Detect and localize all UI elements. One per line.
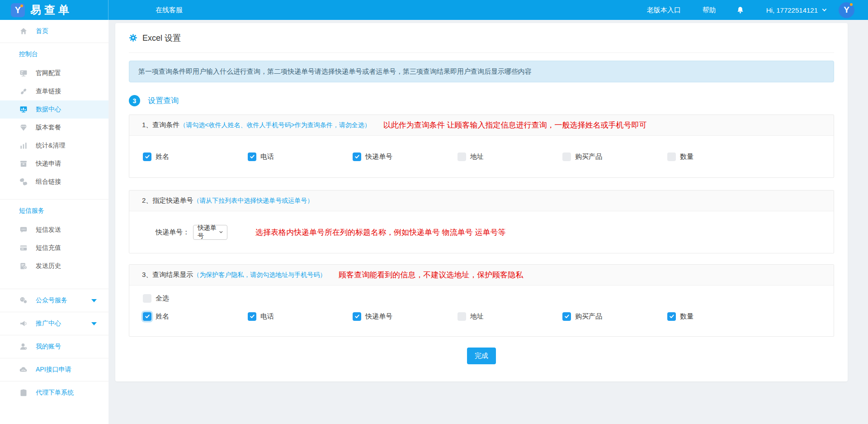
checkbox-label: 快递单号 <box>365 312 392 321</box>
sidebar-item-label: 首页 <box>36 27 48 35</box>
result-quantity[interactable]: 数量 <box>667 312 772 321</box>
sidebar-item-combo-link[interactable]: 组合链接 <box>0 173 108 191</box>
select-all-row: 全选 <box>143 292 834 305</box>
query-cond-product[interactable]: 购买产品 <box>562 152 667 161</box>
topbar-right: 老版本入口 帮助 Hi, 17722514121 Y <box>647 2 868 18</box>
sidebar-item-promotion-center[interactable]: 推广中心 <box>0 312 108 335</box>
sidebar-item-send-history[interactable]: 发送历史 <box>0 257 108 275</box>
card-icon <box>19 243 28 252</box>
sidebar-item-label: 组合链接 <box>36 178 61 186</box>
sidebar-item-label: API接口申请 <box>36 366 71 374</box>
finish-button-row: 完成 <box>129 348 834 364</box>
result-name[interactable]: 姓名 <box>143 312 248 321</box>
result-phone[interactable]: 电话 <box>248 312 353 321</box>
sidebar-item-sms-recharge[interactable]: 短信充值 <box>0 239 108 257</box>
online-service-link[interactable]: 在线客服 <box>156 6 183 14</box>
info-banner: 第一项查询条件即用户输入什么进行查询，第二项快递单号请选择快递单号或者运单号，第… <box>129 61 834 82</box>
sidebar-item-my-account[interactable]: 我的账号 <box>0 335 108 358</box>
tracking-number-panel: 2、指定快递单号 （请从下拉列表中选择快递单号或运单号） 快递单号： 快递单号 … <box>129 190 834 253</box>
tracking-column-select[interactable]: 快递单号 <box>193 225 227 240</box>
help-link[interactable]: 帮助 <box>703 6 716 14</box>
avatar[interactable]: Y <box>839 2 854 18</box>
sidebar-section-console: 控制台 <box>0 43 108 64</box>
select-value: 快递单号 <box>198 224 219 240</box>
sidebar-item-label: 数据中心 <box>36 105 61 114</box>
sidebar-item-label: 公众号服务 <box>36 296 67 305</box>
checkbox-phone[interactable] <box>248 152 256 161</box>
query-cond-address[interactable]: 地址 <box>458 152 562 161</box>
panel-hint: （请从下拉列表中选择快递单号或运单号） <box>193 197 313 205</box>
brand-logo-icon: Y <box>11 3 25 17</box>
clipboard-icon <box>19 388 28 397</box>
sidebar-item-query-link[interactable]: 查单链接 <box>0 82 108 100</box>
package-icon <box>19 159 28 168</box>
checkbox-name[interactable] <box>143 312 151 321</box>
panel-title: 1、查询条件 <box>142 121 179 129</box>
avatar-letter: Y <box>844 5 849 15</box>
home-icon <box>19 27 28 36</box>
sidebar-item-official-account[interactable]: 公众号服务 <box>0 289 108 312</box>
checkbox-label: 姓名 <box>156 312 169 321</box>
checkbox-label: 购买产品 <box>575 152 602 161</box>
checkbox-tracking-number[interactable] <box>353 152 361 161</box>
query-cond-phone[interactable]: 电话 <box>248 152 353 161</box>
query-cond-quantity[interactable]: 数量 <box>667 152 772 161</box>
checkbox-label: 快递单号 <box>365 152 392 161</box>
monitor-icon <box>19 69 28 78</box>
result-display-panel: 3、查询结果显示 （为保护客户隐私，请勿勾选地址与手机号码） 顾客查询能看到的信… <box>129 264 834 337</box>
checkbox-quantity[interactable] <box>667 312 676 321</box>
sidebar-item-stats-cleanup[interactable]: 统计&清理 <box>0 137 108 155</box>
checkbox-address[interactable] <box>458 152 466 161</box>
checkbox-product[interactable] <box>562 312 571 321</box>
topbar: Y 易查单 在线客服 老版本入口 帮助 Hi, 17722514121 Y <box>0 0 868 20</box>
query-cond-name[interactable]: 姓名 <box>143 152 248 161</box>
sidebar-item-label: 快递申请 <box>36 160 61 168</box>
sidebar-section-sms: 短信服务 <box>0 199 108 221</box>
stats-icon <box>19 141 28 150</box>
result-product[interactable]: 购买产品 <box>562 312 667 321</box>
checkbox-label: 地址 <box>470 152 484 161</box>
brand-dot <box>20 5 23 7</box>
main-area: Excel 设置 第一项查询条件即用户输入什么进行查询，第二项快递单号请选择快递… <box>108 20 868 424</box>
panel-title: 2、指定快递单号 <box>142 196 193 205</box>
chevron-down-icon <box>91 299 97 302</box>
sidebar-item-label: 官网配置 <box>36 69 61 77</box>
checkbox-name[interactable] <box>143 152 151 161</box>
sidebar-item-plans[interactable]: 版本套餐 <box>0 119 108 137</box>
old-version-link[interactable]: 老版本入口 <box>647 6 681 14</box>
chat-icon <box>19 225 28 234</box>
chevron-down-icon <box>219 231 223 233</box>
sidebar-item-data-center[interactable]: 数据中心 <box>0 100 108 119</box>
sidebar-item-site-config[interactable]: 官网配置 <box>0 64 108 82</box>
sidebar-item-api-apply[interactable]: API接口申请 <box>0 358 108 381</box>
sidebar-item-home[interactable]: 首页 <box>0 20 108 43</box>
notification-bell-icon[interactable] <box>736 6 745 14</box>
result-display-header: 3、查询结果显示 （为保护客户隐私，请勿勾选地址与手机号码） 顾客查询能看到的信… <box>129 265 834 286</box>
checkbox-select-all[interactable] <box>143 294 151 303</box>
result-tracking-number[interactable]: 快递单号 <box>353 312 458 321</box>
brand-logo[interactable]: Y 易查单 <box>0 0 108 20</box>
chevron-down-icon <box>822 8 827 12</box>
user-greeting: Hi, 17722514121 <box>766 6 818 14</box>
query-conditions-header: 1、查询条件 （请勾选<收件人姓名、收件人手机号码>作为查询条件，请勿全选） 以… <box>129 115 834 136</box>
checkbox-label: 电话 <box>260 312 274 321</box>
sidebar-item-express-apply[interactable]: 快递申请 <box>0 155 108 173</box>
brand-name: 易查单 <box>30 3 72 17</box>
sidebar-item-agent-order-system[interactable]: 代理下单系统 <box>0 381 108 404</box>
finish-button[interactable]: 完成 <box>467 348 496 364</box>
user-menu[interactable]: Hi, 17722514121 <box>766 6 827 14</box>
checkbox-quantity[interactable] <box>667 152 676 161</box>
query-cond-tracking-number[interactable]: 快递单号 <box>353 152 458 161</box>
checkbox-label: 数量 <box>680 152 693 161</box>
avatar-dot <box>850 3 853 6</box>
link-icon <box>19 87 28 96</box>
checkbox-address[interactable] <box>458 312 466 321</box>
sidebar-item-sms-send[interactable]: 短信发送 <box>0 221 108 239</box>
result-address[interactable]: 地址 <box>458 312 562 321</box>
checkbox-tracking-number[interactable] <box>353 312 361 321</box>
tracking-number-body: 快递单号： 快递单号 选择表格内快递单号所在列的标题名称，例如快递单号 物流单号… <box>129 211 834 253</box>
result-select-all[interactable]: 全选 <box>143 294 248 303</box>
checkbox-product[interactable] <box>562 152 571 161</box>
checkbox-phone[interactable] <box>248 312 256 321</box>
step-header: 3 设置查询 <box>129 95 834 106</box>
